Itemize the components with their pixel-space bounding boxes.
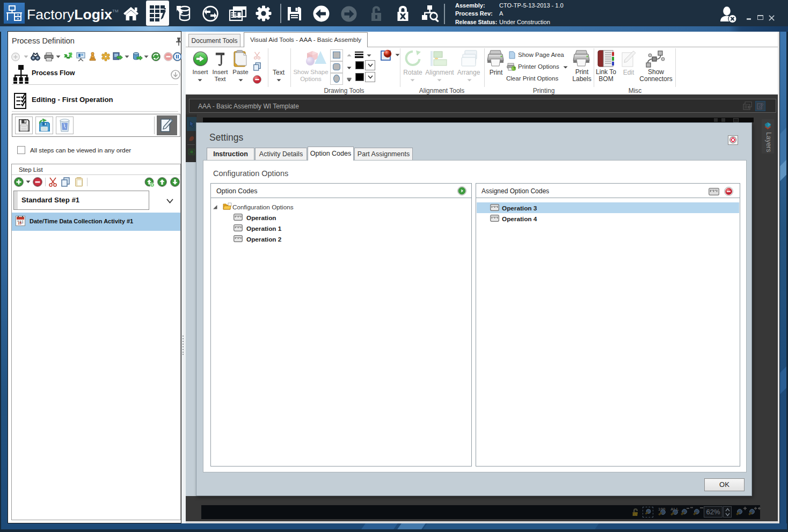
svg-text:?: ? <box>513 66 515 71</box>
svg-text:15: 15 <box>18 221 22 225</box>
